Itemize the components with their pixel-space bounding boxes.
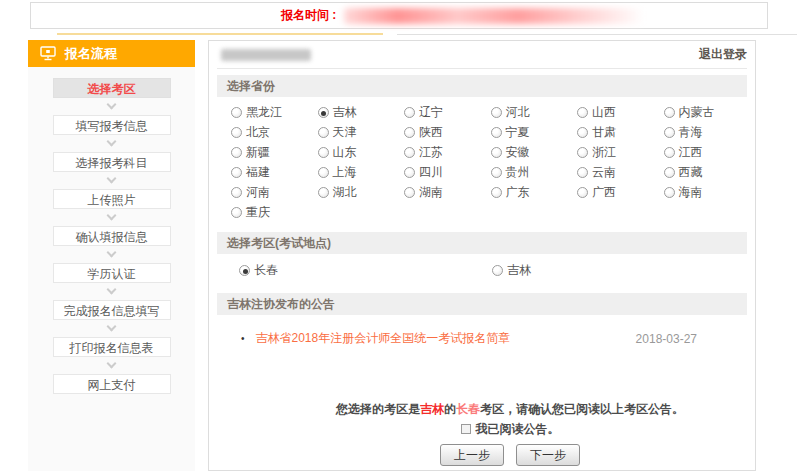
radio-icon[interactable] bbox=[404, 107, 415, 118]
sidebar-step-wrap: 完成报名信息填写 bbox=[53, 300, 171, 337]
radio-icon[interactable] bbox=[577, 127, 588, 138]
province-radio-option[interactable]: 四川 bbox=[404, 164, 491, 181]
radio-icon[interactable] bbox=[318, 127, 329, 138]
radio-icon[interactable] bbox=[231, 187, 242, 198]
province-radio-option[interactable]: 河北 bbox=[491, 104, 578, 121]
area-radio-option[interactable]: 吉林 bbox=[492, 262, 745, 279]
province-radio-option[interactable]: 内蒙古 bbox=[664, 104, 751, 121]
province-label: 宁夏 bbox=[506, 124, 530, 141]
province-radio-option[interactable]: 吉林 bbox=[318, 104, 405, 121]
sidebar-title: 报名流程 bbox=[65, 45, 117, 63]
sidebar-step-wrap: 上传照片 bbox=[53, 189, 171, 226]
sidebar-step[interactable]: 选择报考科目 bbox=[53, 152, 171, 172]
province-radio-option[interactable]: 湖南 bbox=[404, 184, 491, 201]
sidebar-step[interactable]: 选择考区 bbox=[53, 78, 171, 98]
province-radio-option[interactable]: 山东 bbox=[318, 144, 405, 161]
radio-icon[interactable] bbox=[491, 147, 502, 158]
radio-icon[interactable] bbox=[404, 187, 415, 198]
province-radio-option[interactable]: 广西 bbox=[577, 184, 664, 201]
radio-icon[interactable] bbox=[664, 187, 675, 198]
radio-icon[interactable] bbox=[491, 127, 502, 138]
radio-icon[interactable] bbox=[318, 107, 329, 118]
radio-icon[interactable] bbox=[491, 167, 502, 178]
radio-icon[interactable] bbox=[492, 265, 503, 276]
prev-step-button[interactable]: 上一步 bbox=[440, 444, 504, 466]
area-radio-option[interactable]: 长春 bbox=[239, 262, 492, 279]
radio-icon[interactable] bbox=[404, 167, 415, 178]
province-radio-option[interactable]: 重庆 bbox=[231, 204, 318, 221]
province-radio-option[interactable]: 贵州 bbox=[491, 164, 578, 181]
province-radio-option[interactable]: 甘肃 bbox=[577, 124, 664, 141]
province-radio-option[interactable]: 江西 bbox=[664, 144, 751, 161]
logout-link[interactable]: 退出登录 bbox=[699, 46, 747, 63]
province-label: 山东 bbox=[333, 144, 357, 161]
province-radio-option[interactable]: 黑龙江 bbox=[231, 104, 318, 121]
chevron-down-icon bbox=[107, 285, 117, 295]
province-radio-option[interactable]: 山西 bbox=[577, 104, 664, 121]
confirm-prefix: 您选择的考区是 bbox=[336, 402, 420, 416]
chevron-down-icon bbox=[107, 174, 117, 184]
radio-icon[interactable] bbox=[239, 265, 250, 276]
sidebar-step-wrap: 选择考区 bbox=[53, 78, 171, 115]
province-radio-option[interactable]: 浙江 bbox=[577, 144, 664, 161]
province-radio-option[interactable]: 上海 bbox=[318, 164, 405, 181]
radio-icon[interactable] bbox=[231, 207, 242, 218]
radio-icon[interactable] bbox=[231, 127, 242, 138]
province-radio-option[interactable]: 湖北 bbox=[318, 184, 405, 201]
radio-icon[interactable] bbox=[404, 147, 415, 158]
sidebar-step-wrap: 打印报名信息表 bbox=[53, 337, 171, 374]
radio-icon[interactable] bbox=[577, 107, 588, 118]
province-radio-option[interactable]: 福建 bbox=[231, 164, 318, 181]
radio-icon[interactable] bbox=[577, 167, 588, 178]
sidebar-step[interactable]: 填写报考信息 bbox=[53, 115, 171, 135]
chevron-down-icon bbox=[107, 322, 117, 332]
notice-date: 2018-03-27 bbox=[636, 332, 697, 346]
province-label: 云南 bbox=[592, 164, 616, 181]
radio-icon[interactable] bbox=[231, 107, 242, 118]
radio-icon[interactable] bbox=[664, 167, 675, 178]
sidebar-step[interactable]: 打印报名信息表 bbox=[53, 337, 171, 357]
notice-link[interactable]: 吉林省2018年注册会计师全国统一考试报名简章 bbox=[256, 330, 511, 347]
province-radio-option[interactable]: 陕西 bbox=[404, 124, 491, 141]
province-radio-option[interactable]: 天津 bbox=[318, 124, 405, 141]
radio-icon[interactable] bbox=[664, 127, 675, 138]
agree-row[interactable]: 我已阅读公告。 bbox=[265, 421, 755, 438]
sidebar-step[interactable]: 确认填报信息 bbox=[53, 226, 171, 246]
province-radio-option[interactable]: 安徽 bbox=[491, 144, 578, 161]
province-radio-option[interactable]: 西藏 bbox=[664, 164, 751, 181]
radio-icon[interactable] bbox=[231, 147, 242, 158]
radio-icon[interactable] bbox=[231, 167, 242, 178]
province-radio-option[interactable]: 云南 bbox=[577, 164, 664, 181]
province-radio-option[interactable]: 北京 bbox=[231, 124, 318, 141]
confirm-province: 吉林 bbox=[420, 402, 444, 416]
province-radio-option[interactable]: 河南 bbox=[231, 184, 318, 201]
radio-icon[interactable] bbox=[491, 107, 502, 118]
sidebar-step[interactable]: 网上支付 bbox=[53, 374, 171, 394]
radio-icon[interactable] bbox=[577, 147, 588, 158]
area-label: 吉林 bbox=[507, 262, 531, 279]
radio-icon[interactable] bbox=[318, 187, 329, 198]
province-radio-option[interactable]: 广东 bbox=[491, 184, 578, 201]
province-label: 湖北 bbox=[333, 184, 357, 201]
province-radio-option[interactable]: 辽宁 bbox=[404, 104, 491, 121]
radio-icon[interactable] bbox=[318, 147, 329, 158]
radio-icon[interactable] bbox=[664, 147, 675, 158]
radio-icon[interactable] bbox=[318, 167, 329, 178]
province-radio-option[interactable]: 青海 bbox=[664, 124, 751, 141]
radio-icon[interactable] bbox=[577, 187, 588, 198]
radio-icon[interactable] bbox=[664, 107, 675, 118]
next-step-button[interactable]: 下一步 bbox=[516, 444, 580, 466]
province-radio-option[interactable]: 海南 bbox=[664, 184, 751, 201]
province-radio-option[interactable]: 江苏 bbox=[404, 144, 491, 161]
sidebar-step[interactable]: 学历认证 bbox=[53, 263, 171, 283]
province-section-header: 选择省份 bbox=[217, 75, 747, 97]
agree-checkbox[interactable] bbox=[461, 424, 471, 434]
sidebar-step[interactable]: 上传照片 bbox=[53, 189, 171, 209]
area-label: 长春 bbox=[254, 262, 278, 279]
province-radio-option[interactable]: 宁夏 bbox=[491, 124, 578, 141]
radio-icon[interactable] bbox=[404, 127, 415, 138]
area-options: 长春 吉林 bbox=[209, 254, 755, 287]
radio-icon[interactable] bbox=[491, 187, 502, 198]
province-radio-option[interactable]: 新疆 bbox=[231, 144, 318, 161]
sidebar-step[interactable]: 完成报名信息填写 bbox=[53, 300, 171, 320]
